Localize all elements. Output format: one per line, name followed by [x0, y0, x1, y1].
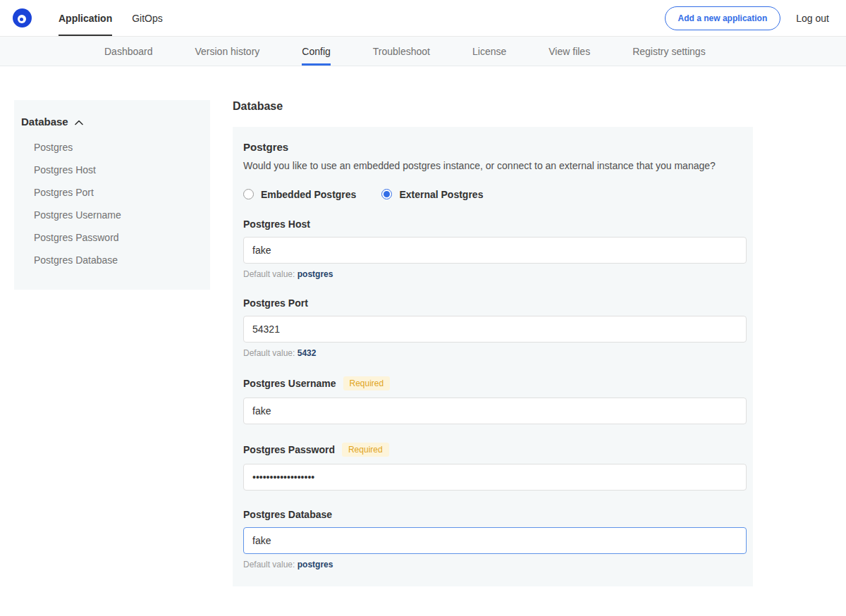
- top-tabs: Application GitOps: [49, 0, 173, 36]
- default-prefix: Default value:: [243, 560, 295, 569]
- content-area: Database Postgres Postgres Host Postgres…: [0, 66, 846, 616]
- sidebar-item-postgres-database[interactable]: Postgres Database: [14, 249, 210, 271]
- tab-gitops[interactable]: GitOps: [122, 0, 173, 36]
- field-default-help: Default value: postgres: [243, 269, 742, 279]
- radio-embedded-label: Embedded Postgres: [261, 189, 356, 200]
- subnav-config[interactable]: Config: [302, 37, 330, 66]
- radio-external-postgres[interactable]: External Postgres: [381, 189, 483, 200]
- field-label-text: Postgres Database: [243, 509, 332, 520]
- sidebar-item-postgres-password[interactable]: Postgres Password: [14, 226, 210, 249]
- subnav-version-history[interactable]: Version history: [195, 37, 260, 66]
- postgres-mode-radio-group: Embedded Postgres External Postgres: [243, 189, 742, 200]
- required-badge: Required: [342, 443, 389, 457]
- app-logo-icon[interactable]: [13, 8, 32, 27]
- field-postgres-host: Postgres Host Default value: postgres: [243, 218, 742, 279]
- field-label: Postgres Database: [243, 509, 742, 520]
- postgres-port-input[interactable]: [243, 316, 747, 343]
- field-label-text: Postgres Password: [243, 444, 335, 455]
- default-value: postgres: [298, 560, 333, 569]
- postgres-username-input[interactable]: [243, 398, 747, 424]
- subnav-troubleshoot[interactable]: Troubleshoot: [373, 37, 430, 66]
- sidebar-item-postgres[interactable]: Postgres: [14, 136, 210, 159]
- required-badge: Required: [343, 376, 391, 390]
- subnav-view-files[interactable]: View files: [548, 37, 590, 66]
- radio-checked-icon[interactable]: [381, 189, 392, 199]
- radio-embedded-postgres[interactable]: Embedded Postgres: [243, 189, 356, 200]
- field-postgres-database: Postgres Database Default value: postgre…: [243, 509, 742, 569]
- field-label-text: Postgres Port: [243, 297, 308, 309]
- chevron-up-icon: [75, 120, 83, 125]
- topbar-right: Add a new application Log out: [665, 6, 829, 30]
- default-value: 5432: [298, 348, 317, 358]
- sidebar-group-database[interactable]: Database: [14, 116, 210, 128]
- sidebar-item-postgres-username[interactable]: Postgres Username: [14, 204, 210, 226]
- logout-link[interactable]: Log out: [796, 13, 829, 24]
- field-label-text: Postgres Host: [243, 218, 310, 230]
- postgres-database-input[interactable]: [243, 527, 747, 554]
- field-postgres-username: Postgres Username Required: [243, 376, 742, 424]
- field-label: Postgres Username Required: [243, 376, 742, 390]
- postgres-help-text: Would you like to use an embedded postgr…: [243, 159, 742, 173]
- postgres-password-input[interactable]: [243, 464, 747, 491]
- app-subnav: Dashboard Version history Config Trouble…: [0, 37, 846, 66]
- default-prefix: Default value:: [243, 269, 295, 279]
- page-title: Database: [233, 100, 753, 113]
- field-postgres-port: Postgres Port Default value: 5432: [243, 297, 742, 358]
- subnav-registry-settings[interactable]: Registry settings: [632, 37, 705, 66]
- add-new-application-button[interactable]: Add a new application: [665, 6, 781, 30]
- field-label: Postgres Port: [243, 297, 742, 309]
- subnav-license[interactable]: License: [472, 37, 506, 66]
- field-label-text: Postgres Username: [243, 378, 336, 389]
- database-config-card: Postgres Would you like to use an embedd…: [233, 127, 753, 586]
- subnav-dashboard[interactable]: Dashboard: [104, 37, 153, 66]
- top-bar: Application GitOps Add a new application…: [0, 0, 846, 37]
- sidebar-item-postgres-host[interactable]: Postgres Host: [14, 159, 210, 181]
- field-label: Postgres Password Required: [243, 443, 742, 457]
- field-default-help: Default value: 5432: [243, 348, 742, 358]
- field-label: Postgres Host: [243, 218, 742, 230]
- postgres-host-input[interactable]: [243, 237, 747, 264]
- postgres-group-label: Postgres: [243, 141, 742, 153]
- config-main: Database Postgres Would you like to use …: [233, 100, 753, 616]
- default-value: postgres: [298, 269, 333, 279]
- radio-unchecked-icon[interactable]: [243, 189, 254, 199]
- default-prefix: Default value:: [243, 348, 295, 358]
- radio-external-label: External Postgres: [399, 189, 483, 200]
- field-default-help: Default value: postgres: [243, 560, 742, 569]
- sidebar-group-label: Database: [21, 116, 68, 128]
- sidebar-item-postgres-port[interactable]: Postgres Port: [14, 181, 210, 204]
- config-sidebar: Database Postgres Postgres Host Postgres…: [14, 100, 210, 290]
- field-postgres-password: Postgres Password Required: [243, 443, 742, 491]
- sidebar-items: Postgres Postgres Host Postgres Port Pos…: [14, 136, 210, 271]
- tab-application[interactable]: Application: [49, 0, 122, 36]
